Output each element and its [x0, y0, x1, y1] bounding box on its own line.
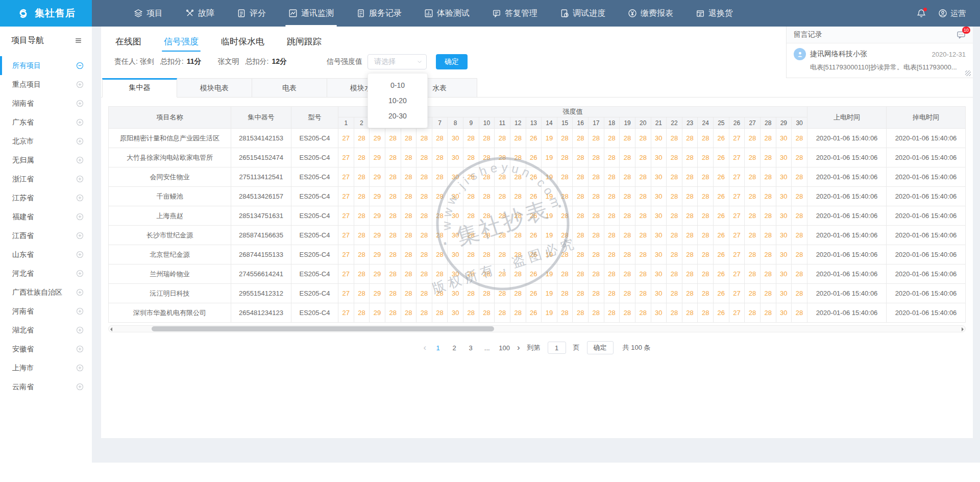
strength-col-index: 10 — [479, 117, 495, 129]
sidebar-item[interactable]: 湖北省 — [0, 321, 92, 340]
goto-confirm-button[interactable]: 确定 — [587, 341, 614, 354]
hamburger-icon[interactable] — [74, 36, 83, 45]
cell-strength-value: 28 — [432, 284, 448, 303]
page-tab[interactable]: 在线图 — [114, 31, 142, 54]
sidebar-item[interactable]: 安徽省 — [0, 340, 92, 358]
cell-strength-value: 30 — [776, 245, 792, 264]
panel-resize-handle[interactable] — [965, 70, 971, 76]
cell-strength-value: 26 — [714, 148, 729, 167]
sidebar-item[interactable]: 江苏省 — [0, 188, 92, 207]
cell-strength-value: 29 — [370, 148, 385, 167]
sidebar-item[interactable]: 福建省 — [0, 207, 92, 226]
sidebar-item-label: 所有项目 — [12, 61, 41, 70]
sidebar-item[interactable]: 云南省 — [0, 377, 92, 396]
sidebar-item[interactable]: 广西壮族自治区 — [0, 283, 92, 302]
nav-item-reply[interactable]: 答复管理 — [492, 0, 537, 27]
device-tab[interactable]: 电表 — [252, 78, 327, 98]
cell-strength-value: 28 — [354, 129, 370, 148]
sidebar-item[interactable]: 北京市 — [0, 132, 92, 151]
sidebar-item[interactable]: 广东省 — [0, 113, 92, 132]
table-row[interactable]: 原阳精密计量和信息产业园生活区281534142153ES205-C427282… — [109, 129, 966, 148]
cell-strength-value: 28 — [354, 167, 370, 187]
cell-strength-value: 26 — [526, 245, 542, 264]
cell-strength-value: 28 — [604, 167, 620, 187]
nav-item-test[interactable]: 体验测试 — [424, 0, 470, 27]
table-row[interactable]: 长沙市世纪金源285874156635ES205-C42728292828282… — [109, 226, 966, 245]
nav-item-return[interactable]: 退换货 — [696, 0, 733, 27]
cell-strength-value: 28 — [682, 284, 698, 303]
cell-strength-value: 29 — [370, 129, 385, 148]
sidebar-item[interactable]: 无归属 — [0, 151, 92, 170]
page-number-button[interactable]: 3 — [466, 344, 475, 352]
scroll-left-arrow-icon[interactable] — [110, 327, 112, 331]
scroll-right-arrow-icon[interactable] — [962, 327, 964, 331]
nav-item-tools[interactable]: 故障 — [185, 0, 214, 27]
reply-icon — [492, 9, 501, 18]
cell-strength-value: 28 — [589, 284, 604, 303]
cell-strength-value: 28 — [745, 148, 761, 167]
dropdown-option[interactable]: 10-20 — [368, 93, 427, 108]
user-menu[interactable]: 运营 — [938, 9, 966, 18]
nav-item-record[interactable]: 服务记录 — [356, 0, 402, 27]
page-number-button[interactable]: 2 — [450, 344, 459, 352]
table-row[interactable]: 会同安住物业275113412541ES205-C427282928282828… — [109, 167, 966, 187]
sidebar-item[interactable]: 上海市 — [0, 358, 92, 377]
horizontal-scrollbar[interactable] — [108, 325, 966, 332]
next-page-button[interactable]: › — [517, 343, 520, 353]
table-row[interactable]: 北京世纪金源268744155133ES205-C427282928282828… — [109, 245, 966, 264]
table-row[interactable]: 沅江明日科技295515412312ES205-C427282928282828… — [109, 284, 966, 303]
nav-item-report[interactable]: 缴费报表 — [628, 0, 673, 27]
cell-strength-value: 28 — [760, 264, 776, 284]
cell-power-off-time: 2020-01-06 15:40:06 — [887, 264, 966, 284]
filter-confirm-button[interactable]: 确定 — [436, 54, 468, 69]
sidebar-item[interactable]: 湖南省 — [0, 94, 92, 113]
sidebar-item[interactable]: 所有项目 — [0, 56, 92, 75]
prev-page-button[interactable]: ‹ — [424, 343, 427, 353]
cell-strength-value: 28 — [463, 187, 479, 206]
cell-strength-value: 29 — [370, 187, 385, 206]
nav-item-progress[interactable]: 调试进度 — [560, 0, 605, 27]
app-logo[interactable]: 集社售后 — [0, 0, 92, 27]
cell-strength-value: 28 — [385, 284, 401, 303]
cell-strength-value: 28 — [792, 264, 807, 284]
dropdown-option[interactable]: 0-10 — [368, 78, 427, 93]
page-tab[interactable]: 临时保水电 — [220, 31, 265, 54]
sidebar-item[interactable]: 山东省 — [0, 245, 92, 264]
cell-strength-value: 28 — [620, 245, 635, 264]
goto-page-input[interactable] — [548, 342, 566, 354]
nav-item-layers[interactable]: 项目 — [134, 0, 163, 27]
nav-item-monitor[interactable]: 通讯监测 — [288, 0, 334, 27]
cell-model: ES205-C4 — [291, 303, 338, 323]
cell-strength-value: 19 — [542, 167, 557, 187]
signal-strength-select[interactable]: 请选择 0-1010-2020-30 — [368, 54, 427, 69]
notification-bell-button[interactable] — [917, 9, 926, 18]
table-row[interactable]: 深圳市华盈机电有限公司265481234123ES205-C4272829282… — [109, 303, 966, 323]
cell-power-on-time: 2020-01-06 15:40:06 — [807, 129, 887, 148]
table-row[interactable]: 兰州瑞岭物业274556614241ES205-C427282928282828… — [109, 264, 966, 284]
nav-item-score[interactable]: 评分 — [237, 0, 266, 27]
table-row[interactable]: 大竹县徐家沟电站欧家电管所265154152474ES205-C42728292… — [109, 148, 966, 167]
page-tab[interactable]: 信号强度 — [163, 31, 200, 54]
table-row[interactable]: 千亩鳗池284513426157ES205-C42728292828282830… — [109, 187, 966, 206]
cell-strength-value: 30 — [448, 187, 463, 206]
cell-strength-value: 28 — [620, 226, 635, 245]
message-badge-button[interactable]: 10 — [957, 30, 966, 39]
device-tab[interactable]: 集中器 — [102, 78, 177, 98]
plus-circle-icon — [76, 345, 84, 353]
cell-project-name: 深圳市华盈机电有限公司 — [109, 303, 231, 323]
sidebar-item[interactable]: 河南省 — [0, 302, 92, 321]
sidebar-item[interactable]: 浙江省 — [0, 170, 92, 188]
device-tab[interactable]: 模块电表 — [177, 78, 252, 98]
page-number-button[interactable]: 100 — [499, 344, 510, 352]
cell-strength-value: 27 — [729, 284, 745, 303]
table-row[interactable]: 上海燕赵285134751631ES205-C42728292828282830… — [109, 206, 966, 226]
page-tab[interactable]: 跳闸跟踪 — [286, 31, 323, 54]
scrollbar-thumb[interactable] — [152, 326, 494, 331]
sidebar-item[interactable]: 河北省 — [0, 264, 92, 283]
sidebar-item[interactable]: 重点项目 — [0, 75, 92, 94]
dropdown-option[interactable]: 20-30 — [368, 108, 427, 124]
message-item[interactable]: 捷讯网络科技小张 2020-12-31 电表[511793000110]抄读异常… — [787, 43, 973, 78]
score-icon — [237, 9, 246, 18]
page-number-button[interactable]: 1 — [433, 344, 443, 352]
sidebar-item[interactable]: 江西省 — [0, 226, 92, 245]
